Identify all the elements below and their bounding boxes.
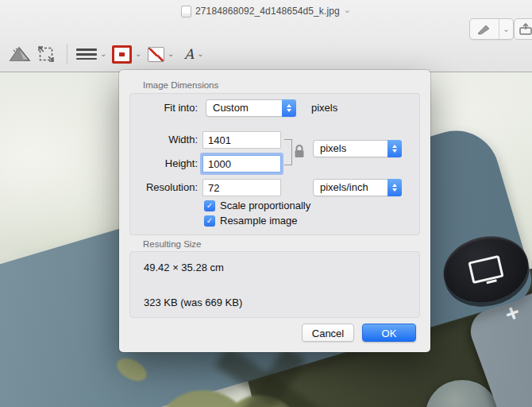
aspect-link-bracket: [284, 139, 292, 165]
popup-stepper-icon: [282, 99, 296, 117]
popup-stepper-icon: [387, 179, 402, 196]
resolution-label: Resolution:: [130, 179, 198, 196]
partial-toolbar-button[interactable]: [514, 18, 532, 40]
dimensions-group-box: Fit into: Custom pixels Width: Height: p…: [129, 93, 420, 235]
resulting-filesize-value: 323 KB (was 669 KB): [144, 294, 242, 312]
resolution-unit-popup-value: pixels/inch: [314, 180, 387, 196]
border-color-icon: [112, 45, 132, 64]
resolution-unit-popup[interactable]: pixels/inch: [313, 179, 402, 196]
dialog-section-title: Resulting Size: [143, 239, 202, 249]
width-input[interactable]: [202, 131, 281, 149]
resulting-size-group-box: 49.42 × 35.28 cm 323 KB (was 669 KB): [129, 251, 420, 318]
instant-alpha-button[interactable]: [8, 43, 32, 65]
tv-icon: [468, 255, 503, 284]
fit-into-popup-value: Custom: [206, 100, 282, 116]
fill-color-icon: [148, 47, 164, 62]
chevron-down-icon: ⌄: [197, 49, 203, 58]
lock-icon: [293, 144, 306, 159]
chevron-down-icon: ⌄: [100, 49, 106, 58]
height-input[interactable]: [202, 155, 281, 172]
resulting-dimensions-value: 49.42 × 35.28 cm: [144, 259, 224, 277]
chevron-down-icon: ⌄: [168, 49, 174, 58]
cancel-button[interactable]: Cancel: [302, 324, 354, 342]
pen-icon: [477, 24, 492, 35]
checkbox-check-icon: ✓: [204, 215, 215, 227]
window-chrome: 27184868092_4d148654d5_k.jpg ⌄ ⌄ ⌄: [0, 0, 532, 72]
image-dimensions-dialog: Image Dimensions Fit into: Custom pixels…: [119, 70, 430, 352]
fit-into-label: Fit into:: [130, 99, 198, 117]
markup-pen-button-group: ⌄: [469, 18, 514, 40]
fit-into-unit-label: pixels: [311, 99, 337, 117]
window-title: 27184868092_4d148654d5_k.jpg: [195, 6, 340, 17]
resolution-input[interactable]: [202, 179, 281, 196]
preview-window: + 27184868092_4d148654d5_k.jpg ⌄: [0, 0, 532, 407]
fill-color-button[interactable]: ⌄: [148, 43, 174, 65]
toolbar-divider: [67, 44, 67, 64]
document-proxy-icon[interactable]: [181, 6, 191, 17]
resize-selection-button[interactable]: [37, 43, 56, 65]
instant-alpha-icon: [8, 45, 32, 63]
size-unit-popup[interactable]: pixels: [313, 140, 402, 157]
line-style-button[interactable]: ⌄: [76, 43, 106, 65]
width-label: Width:: [130, 131, 198, 149]
resize-icon: [37, 45, 56, 64]
titlebar: 27184868092_4d148654d5_k.jpg ⌄: [0, 0, 532, 22]
title-chevron-icon[interactable]: ⌄: [344, 5, 351, 15]
scale-proportionally-label: Scale proportionally: [220, 200, 310, 211]
line-thickness-icon: [76, 48, 97, 60]
pen-chevron-button[interactable]: ⌄: [499, 19, 513, 39]
resample-image-checkbox[interactable]: ✓ Resample image: [204, 215, 298, 227]
chevron-down-icon: ⌄: [503, 25, 509, 33]
chevron-down-icon: ⌄: [135, 49, 141, 58]
resample-image-label: Resample image: [220, 215, 298, 227]
markup-pen-button[interactable]: [470, 19, 499, 39]
dialog-section-title: Image Dimensions: [143, 80, 218, 90]
ok-button[interactable]: OK: [362, 324, 416, 342]
toolbox-icon: [519, 23, 532, 36]
text-style-button[interactable]: A ⌄: [184, 43, 204, 65]
scale-proportionally-checkbox[interactable]: ✓ Scale proportionally: [204, 200, 310, 211]
height-label: Height:: [130, 155, 198, 172]
border-color-button[interactable]: ⌄: [112, 43, 141, 65]
popup-stepper-icon: [387, 140, 402, 157]
text-style-icon: A: [184, 48, 194, 61]
checkbox-check-icon: ✓: [204, 200, 215, 211]
size-unit-popup-value: pixels: [314, 141, 387, 157]
fit-into-popup[interactable]: Custom: [206, 99, 296, 117]
